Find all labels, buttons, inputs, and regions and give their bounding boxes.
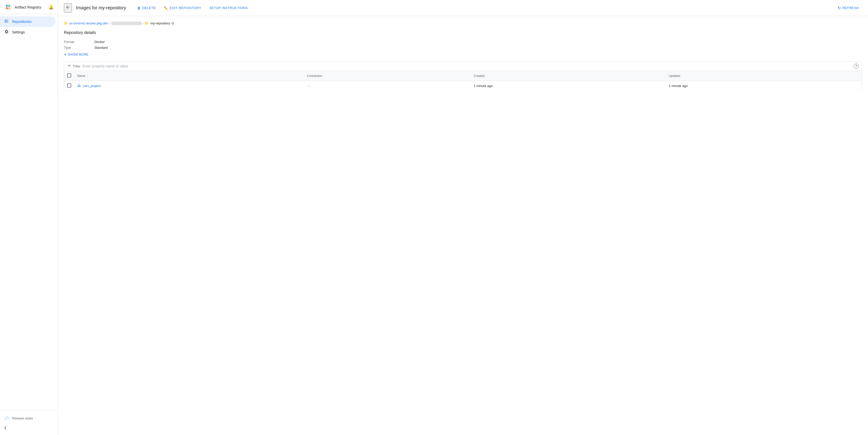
svg-rect-5	[5, 21, 8, 21]
bell-icon[interactable]: 🔔	[49, 5, 54, 9]
breadcrumb-separator-1: ›	[109, 21, 111, 25]
row-checkbox[interactable]	[67, 83, 71, 88]
settings-label: Settings	[12, 30, 25, 34]
table-header-row: Name ↑ Connection Created Updated	[64, 71, 862, 81]
sidebar-nav: Repositories Settings	[0, 14, 58, 410]
show-more-chevron-icon: ▼	[64, 53, 67, 56]
svg-rect-4	[5, 20, 8, 20]
repo-detail-format: Format Docker	[64, 39, 108, 45]
release-notes-icon: 📄	[4, 416, 9, 421]
svg-rect-7	[5, 20, 5, 23]
collapse-icon: ❮	[4, 426, 7, 430]
svg-rect-1	[8, 5, 10, 7]
filter-bar: Filter ?	[64, 61, 862, 71]
settings-icon	[4, 29, 9, 35]
release-notes-item[interactable]: 📄 Release notes	[0, 413, 58, 423]
breadcrumb: 📁 us-central1-docker.pkg.dev › › 📁 my-re…	[64, 21, 862, 25]
app-logo-icon	[4, 3, 12, 11]
svg-rect-0	[6, 5, 8, 7]
breadcrumb-project-blurred	[112, 22, 142, 25]
column-header-created: Created	[471, 71, 666, 81]
type-label: Type	[64, 45, 94, 51]
image-name-link[interactable]: cars_project	[77, 83, 301, 88]
header-checkbox[interactable]	[67, 73, 71, 77]
table-body: cars_project — 1 minute ago 1 minute ago	[64, 81, 862, 91]
edit-icon: ✏️	[164, 6, 168, 10]
repo-folder-icon: 📁	[145, 21, 149, 25]
delete-icon: 🗑	[137, 6, 141, 10]
repositories-icon	[4, 19, 9, 24]
filter-help-icon[interactable]: ?	[854, 64, 859, 69]
repo-details-title: Repository details	[64, 30, 862, 35]
edit-repository-button[interactable]: ✏️ EDIT REPOSITORY	[161, 4, 204, 12]
row-created-cell: 1 minute ago	[471, 81, 666, 91]
repo-details-section: Repository details Format Docker Type St…	[64, 30, 862, 56]
type-value: Standard	[94, 45, 108, 51]
content-area: 📁 us-central1-docker.pkg.dev › › 📁 my-re…	[58, 16, 868, 435]
sidebar: Artifact Registry 🔔 Repositories Setting…	[0, 0, 58, 435]
name-sort-icon: ↑	[87, 75, 88, 77]
release-notes-label: Release notes	[12, 416, 33, 420]
breadcrumb-separator-2: ›	[143, 21, 144, 25]
collapse-sidebar-button[interactable]: ❮	[0, 423, 58, 432]
svg-rect-6	[5, 22, 8, 23]
format-label: Format	[64, 39, 94, 45]
main-content: Images for my-repository 🗑 DELETE ✏️ EDI…	[58, 0, 868, 435]
refresh-icon: ↻	[838, 5, 841, 10]
header-checkbox-cell	[64, 71, 74, 81]
back-button[interactable]	[64, 3, 72, 12]
column-header-updated: Updated	[666, 71, 862, 81]
filter-icon	[67, 64, 71, 69]
location-icon: 📁	[64, 21, 68, 25]
topbar: Images for my-repository 🗑 DELETE ✏️ EDI…	[58, 0, 868, 16]
sidebar-header: Artifact Registry 🔔	[0, 0, 58, 14]
images-table: Name ↑ Connection Created Updated	[64, 71, 862, 91]
column-header-name[interactable]: Name ↑	[74, 71, 304, 81]
sidebar-footer: 📄 Release notes ❮	[0, 410, 58, 435]
copy-button[interactable]: ⧉	[172, 21, 174, 25]
page-title: Images for my-repository	[76, 5, 126, 10]
breadcrumb-location[interactable]: us-central1-docker.pkg.dev	[69, 21, 108, 25]
filter-input[interactable]	[83, 64, 851, 68]
sidebar-item-repositories[interactable]: Repositories	[0, 16, 56, 27]
svg-rect-2	[6, 7, 8, 9]
repo-detail-type: Type Standard	[64, 45, 108, 51]
svg-rect-3	[8, 7, 10, 9]
docker-icon	[77, 83, 81, 88]
row-updated-cell: 1 minute ago	[666, 81, 862, 91]
table-header: Name ↑ Connection Created Updated	[64, 71, 862, 81]
row-checkbox-cell	[64, 81, 74, 91]
row-connection-cell: —	[304, 81, 470, 91]
row-name-cell: cars_project	[74, 81, 304, 91]
sidebar-item-settings[interactable]: Settings	[0, 27, 56, 37]
app-title: Artifact Registry	[14, 5, 41, 9]
setup-instructions-button[interactable]: SETUP INSTRUCTIONS	[206, 4, 251, 12]
show-more-button[interactable]: ▼ SHOW MORE	[64, 53, 89, 56]
repo-details-table: Format Docker Type Standard	[64, 39, 108, 51]
column-header-connection: Connection	[304, 71, 470, 81]
refresh-button[interactable]: ↻ REFRESH	[835, 3, 862, 12]
table-row: cars_project — 1 minute ago 1 minute ago	[64, 81, 862, 91]
filter-label: Filter	[73, 64, 81, 68]
repositories-label: Repositories	[12, 20, 32, 24]
delete-button[interactable]: 🗑 DELETE	[134, 4, 159, 12]
format-value: Docker	[94, 39, 108, 45]
topbar-actions: 🗑 DELETE ✏️ EDIT REPOSITORY SETUP INSTRU…	[134, 4, 251, 12]
breadcrumb-current: 📁 my-repository ⧉	[145, 21, 174, 25]
